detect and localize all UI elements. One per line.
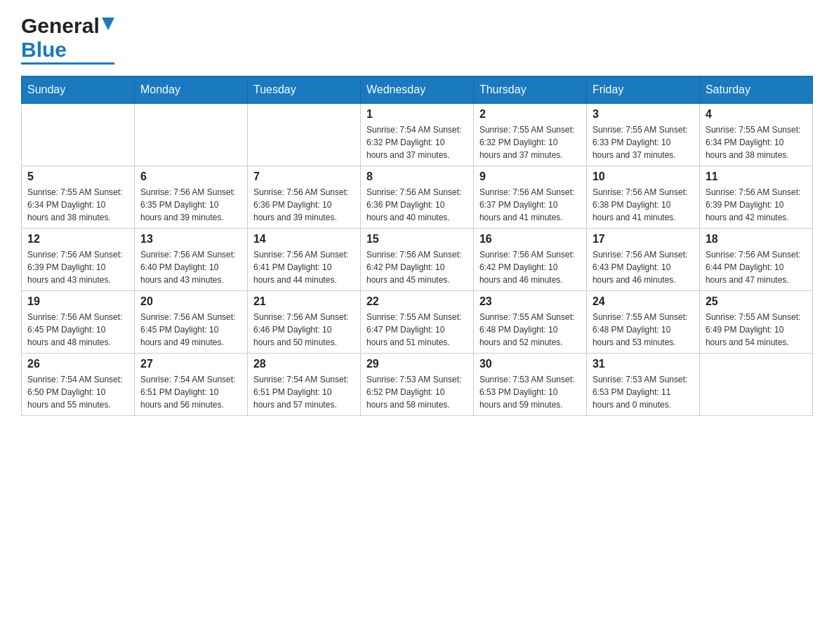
day-number: 9 [479,170,581,183]
calendar-cell [134,104,247,166]
day-number: 16 [479,233,581,246]
day-info: Sunrise: 7:56 AM Sunset: 6:42 PM Dayligh… [366,248,468,286]
day-info: Sunrise: 7:53 AM Sunset: 6:52 PM Dayligh… [366,373,468,411]
day-number: 17 [593,233,694,246]
day-of-week-header: Saturday [699,76,812,104]
logo: General Blue [21,14,114,65]
day-info: Sunrise: 7:56 AM Sunset: 6:41 PM Dayligh… [253,248,355,286]
day-info: Sunrise: 7:56 AM Sunset: 6:39 PM Dayligh… [27,248,128,286]
calendar-cell: 10Sunrise: 7:56 AM Sunset: 6:38 PM Dayli… [586,166,699,229]
calendar-cell: 3Sunrise: 7:55 AM Sunset: 6:33 PM Daylig… [586,104,699,166]
calendar-cell: 8Sunrise: 7:56 AM Sunset: 6:36 PM Daylig… [360,166,473,229]
calendar-week-row: 26Sunrise: 7:54 AM Sunset: 6:50 PM Dayli… [22,354,813,416]
calendar-cell: 28Sunrise: 7:54 AM Sunset: 6:51 PM Dayli… [247,354,360,416]
day-number: 11 [706,170,807,183]
calendar-cell [699,354,812,416]
day-number: 7 [253,170,355,183]
day-number: 14 [253,233,355,246]
logo-triangle-icon [102,18,114,33]
day-info: Sunrise: 7:55 AM Sunset: 6:33 PM Dayligh… [593,123,694,161]
day-info: Sunrise: 7:54 AM Sunset: 6:32 PM Dayligh… [366,123,468,161]
page-header: General Blue [21,14,813,65]
calendar-cell: 25Sunrise: 7:55 AM Sunset: 6:49 PM Dayli… [699,291,812,354]
calendar-cell: 14Sunrise: 7:56 AM Sunset: 6:41 PM Dayli… [247,229,360,291]
day-number: 19 [27,295,128,308]
day-info: Sunrise: 7:55 AM Sunset: 6:49 PM Dayligh… [706,311,807,349]
day-info: Sunrise: 7:54 AM Sunset: 6:50 PM Dayligh… [27,373,128,411]
day-number: 4 [706,108,807,121]
day-number: 23 [479,295,581,308]
calendar-cell: 12Sunrise: 7:56 AM Sunset: 6:39 PM Dayli… [22,229,135,291]
calendar-cell: 31Sunrise: 7:53 AM Sunset: 6:53 PM Dayli… [586,354,699,416]
svg-marker-0 [102,18,114,30]
calendar-cell: 13Sunrise: 7:56 AM Sunset: 6:40 PM Dayli… [134,229,247,291]
day-number: 29 [366,358,468,370]
calendar-cell: 15Sunrise: 7:56 AM Sunset: 6:42 PM Dayli… [360,229,473,291]
day-number: 18 [706,233,807,246]
calendar-week-row: 19Sunrise: 7:56 AM Sunset: 6:45 PM Dayli… [22,291,813,354]
calendar-cell [22,104,135,166]
calendar-cell: 27Sunrise: 7:54 AM Sunset: 6:51 PM Dayli… [134,354,247,416]
day-info: Sunrise: 7:55 AM Sunset: 6:48 PM Dayligh… [479,311,581,349]
calendar-cell [247,104,360,166]
day-of-week-header: Tuesday [247,76,360,104]
day-info: Sunrise: 7:55 AM Sunset: 6:32 PM Dayligh… [479,123,581,161]
day-info: Sunrise: 7:56 AM Sunset: 6:35 PM Dayligh… [140,186,241,224]
day-number: 22 [366,295,468,308]
day-number: 25 [706,295,807,308]
calendar-week-row: 5Sunrise: 7:55 AM Sunset: 6:34 PM Daylig… [22,166,813,229]
day-number: 5 [27,170,128,183]
day-number: 20 [140,295,241,308]
day-number: 2 [479,108,581,121]
calendar-cell: 29Sunrise: 7:53 AM Sunset: 6:52 PM Dayli… [360,354,473,416]
day-number: 26 [27,358,128,370]
day-info: Sunrise: 7:56 AM Sunset: 6:37 PM Dayligh… [479,186,581,224]
day-number: 13 [140,233,241,246]
logo-general-text: General [21,14,100,38]
day-info: Sunrise: 7:56 AM Sunset: 6:36 PM Dayligh… [366,186,468,224]
calendar-cell: 18Sunrise: 7:56 AM Sunset: 6:44 PM Dayli… [699,229,812,291]
day-number: 24 [593,295,694,308]
day-info: Sunrise: 7:56 AM Sunset: 6:43 PM Dayligh… [593,248,694,286]
day-number: 8 [366,170,468,183]
day-number: 30 [479,358,581,370]
day-info: Sunrise: 7:56 AM Sunset: 6:45 PM Dayligh… [27,311,128,349]
day-number: 15 [366,233,468,246]
day-info: Sunrise: 7:56 AM Sunset: 6:39 PM Dayligh… [706,186,807,224]
day-number: 6 [140,170,241,183]
day-info: Sunrise: 7:53 AM Sunset: 6:53 PM Dayligh… [593,373,694,411]
calendar-week-row: 1Sunrise: 7:54 AM Sunset: 6:32 PM Daylig… [22,104,813,166]
calendar-cell: 24Sunrise: 7:55 AM Sunset: 6:48 PM Dayli… [586,291,699,354]
day-info: Sunrise: 7:56 AM Sunset: 6:40 PM Dayligh… [140,248,241,286]
calendar-cell: 6Sunrise: 7:56 AM Sunset: 6:35 PM Daylig… [134,166,247,229]
day-number: 21 [253,295,355,308]
day-number: 1 [366,108,468,121]
day-info: Sunrise: 7:56 AM Sunset: 6:36 PM Dayligh… [253,186,355,224]
calendar-cell: 4Sunrise: 7:55 AM Sunset: 6:34 PM Daylig… [699,104,812,166]
day-info: Sunrise: 7:56 AM Sunset: 6:45 PM Dayligh… [140,311,241,349]
calendar-cell: 26Sunrise: 7:54 AM Sunset: 6:50 PM Dayli… [22,354,135,416]
calendar-cell: 11Sunrise: 7:56 AM Sunset: 6:39 PM Dayli… [699,166,812,229]
calendar-cell: 21Sunrise: 7:56 AM Sunset: 6:46 PM Dayli… [247,291,360,354]
calendar-cell: 9Sunrise: 7:56 AM Sunset: 6:37 PM Daylig… [473,166,586,229]
day-info: Sunrise: 7:54 AM Sunset: 6:51 PM Dayligh… [253,373,355,411]
day-of-week-header: Thursday [473,76,586,104]
calendar-cell: 30Sunrise: 7:53 AM Sunset: 6:53 PM Dayli… [473,354,586,416]
day-of-week-header: Monday [134,76,247,104]
logo-blue-text: Blue [21,38,67,62]
logo-underline [21,62,114,65]
calendar-cell: 5Sunrise: 7:55 AM Sunset: 6:34 PM Daylig… [22,166,135,229]
calendar-cell: 23Sunrise: 7:55 AM Sunset: 6:48 PM Dayli… [473,291,586,354]
day-info: Sunrise: 7:55 AM Sunset: 6:47 PM Dayligh… [366,311,468,349]
day-info: Sunrise: 7:56 AM Sunset: 6:46 PM Dayligh… [253,311,355,349]
calendar-cell: 19Sunrise: 7:56 AM Sunset: 6:45 PM Dayli… [22,291,135,354]
calendar-week-row: 12Sunrise: 7:56 AM Sunset: 6:39 PM Dayli… [22,229,813,291]
day-info: Sunrise: 7:55 AM Sunset: 6:34 PM Dayligh… [27,186,128,224]
calendar-cell: 17Sunrise: 7:56 AM Sunset: 6:43 PM Dayli… [586,229,699,291]
day-info: Sunrise: 7:56 AM Sunset: 6:42 PM Dayligh… [479,248,581,286]
day-of-week-header: Wednesday [360,76,473,104]
calendar-cell: 7Sunrise: 7:56 AM Sunset: 6:36 PM Daylig… [247,166,360,229]
day-of-week-header: Sunday [22,76,135,104]
calendar-table: SundayMondayTuesdayWednesdayThursdayFrid… [21,76,813,416]
day-info: Sunrise: 7:55 AM Sunset: 6:34 PM Dayligh… [706,123,807,161]
